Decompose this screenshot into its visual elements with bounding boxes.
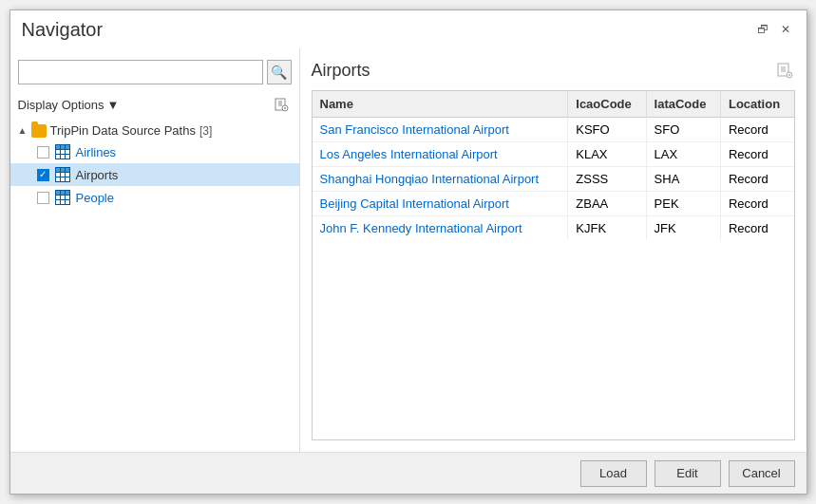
col-iata: IataCode bbox=[646, 91, 720, 118]
table-row: Beijing Capital International AirportZBA… bbox=[313, 192, 794, 216]
right-panel: Airports bbox=[300, 48, 807, 452]
table-row: San Francisco International AirportKSFOS… bbox=[313, 118, 794, 142]
table-cell: Los Angeles International Airport bbox=[313, 142, 568, 167]
tree-item-people[interactable]: People bbox=[10, 186, 299, 209]
table-row: Shanghai Hongqiao International AirportZ… bbox=[313, 167, 794, 192]
airports-label: Airports bbox=[76, 168, 119, 182]
table-cell: SFO bbox=[646, 118, 720, 142]
table-cell: Record bbox=[720, 192, 793, 216]
cancel-button[interactable]: Cancel bbox=[729, 460, 795, 487]
folder-icon bbox=[31, 124, 47, 138]
rp-title: Airports bbox=[312, 61, 370, 81]
display-options-label: Display Options bbox=[18, 98, 104, 112]
title-bar: Navigator 🗗 ✕ bbox=[10, 10, 807, 48]
root-badge: [3] bbox=[199, 124, 212, 138]
table-cell: LAX bbox=[646, 142, 720, 167]
table-cell: Record bbox=[720, 142, 793, 167]
col-name: Name bbox=[313, 91, 568, 118]
table-cell: Record bbox=[720, 118, 793, 142]
edit-button[interactable]: Edit bbox=[655, 460, 721, 487]
navigator-dialog: Navigator 🗗 ✕ 🔍 Display Options ▼ bbox=[9, 9, 807, 495]
new-query-icon bbox=[274, 97, 289, 112]
dialog-title: Navigator bbox=[22, 19, 104, 41]
airports-table-icon bbox=[55, 167, 70, 182]
rp-new-query-icon bbox=[776, 62, 793, 79]
window-controls: 🗗 ✕ bbox=[753, 20, 795, 39]
airlines-label: Airlines bbox=[76, 145, 117, 159]
table-cell: Record bbox=[720, 167, 793, 192]
search-area: 🔍 bbox=[10, 56, 299, 92]
tree-arrow-icon: ▲ bbox=[18, 125, 28, 136]
airlines-table-icon bbox=[55, 144, 70, 159]
search-input[interactable] bbox=[18, 60, 263, 84]
people-checkbox[interactable] bbox=[37, 192, 49, 204]
display-options-arrow-icon: ▼ bbox=[107, 98, 120, 112]
root-label: TripPin Data Source Paths bbox=[50, 123, 196, 138]
tree-item-airlines[interactable]: Airlines bbox=[10, 140, 299, 163]
table-cell: Beijing Capital International Airport bbox=[313, 192, 568, 216]
people-table-icon bbox=[55, 190, 70, 205]
bottom-bar: Load Edit Cancel bbox=[10, 452, 807, 494]
table-cell: SHA bbox=[646, 167, 720, 192]
table-cell: Record bbox=[720, 216, 793, 241]
table-cell: John F. Kennedy International Airport bbox=[313, 216, 568, 241]
table-header-row: Name IcaoCode IataCode Location bbox=[313, 91, 794, 118]
rp-new-query-button[interactable] bbox=[774, 60, 795, 81]
airports-table: Name IcaoCode IataCode Location San Fran… bbox=[313, 91, 794, 240]
main-content: 🔍 Display Options ▼ bbox=[10, 48, 807, 452]
tree-item-airports[interactable]: Airports bbox=[10, 163, 299, 186]
airports-checkbox[interactable] bbox=[37, 169, 49, 181]
display-options-bar: Display Options ▼ bbox=[10, 92, 299, 121]
table-cell: Shanghai Hongqiao International Airport bbox=[313, 167, 568, 192]
tree-root-item[interactable]: ▲ TripPin Data Source Paths [3] bbox=[10, 121, 299, 140]
table-cell: ZSSS bbox=[568, 167, 646, 192]
table-cell: PEK bbox=[646, 192, 720, 216]
table-cell: KJFK bbox=[568, 216, 646, 241]
table-row: John F. Kennedy International AirportKJF… bbox=[313, 216, 794, 241]
new-query-button[interactable] bbox=[271, 94, 292, 115]
table-cell: ZBAA bbox=[568, 192, 646, 216]
left-panel: 🔍 Display Options ▼ bbox=[10, 48, 300, 452]
rp-header: Airports bbox=[312, 60, 795, 81]
tree-area: ▲ TripPin Data Source Paths [3] bbox=[10, 121, 299, 444]
table-cell: San Francisco International Airport bbox=[313, 118, 568, 142]
restore-button[interactable]: 🗗 bbox=[753, 20, 772, 39]
load-button[interactable]: Load bbox=[580, 460, 647, 487]
close-button[interactable]: ✕ bbox=[776, 20, 795, 39]
table-cell: KLAX bbox=[568, 142, 646, 167]
table-cell: KSFO bbox=[568, 118, 646, 142]
search-button[interactable]: 🔍 bbox=[267, 60, 292, 84]
display-options-button[interactable]: Display Options ▼ bbox=[18, 98, 120, 112]
table-row: Los Angeles International AirportKLAXLAX… bbox=[313, 142, 794, 167]
people-label: People bbox=[76, 191, 114, 205]
airlines-checkbox[interactable] bbox=[37, 146, 49, 159]
table-cell: JFK bbox=[646, 216, 720, 241]
col-icao: IcaoCode bbox=[568, 91, 646, 118]
table-container: Name IcaoCode IataCode Location San Fran… bbox=[312, 90, 795, 440]
col-location: Location bbox=[720, 91, 793, 118]
